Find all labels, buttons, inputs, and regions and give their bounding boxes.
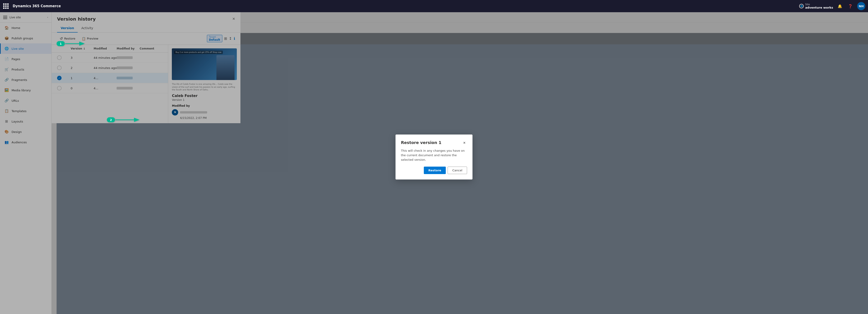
app-launcher-button[interactable] <box>3 3 9 9</box>
dialog-title-row: Restore version 1 × <box>401 140 434 145</box>
arrow-1-indicator: 1 <box>56 38 88 50</box>
arrow-2-indicator: 2 <box>106 114 143 126</box>
dialog-title-text: Restore version 1 <box>401 140 434 145</box>
arrow-1-label: 1 <box>60 42 62 45</box>
dialog-body: This will check in any changes you have … <box>401 148 434 157</box>
restore-dialog: Restore version 1 × This will check in a… <box>396 135 434 157</box>
arrow-2-label: 2 <box>110 118 112 121</box>
top-navigation: Dynamics 365 Commerce 🌐 Site adventure w… <box>0 0 434 12</box>
dialog-overlay: Restore version 1 × This will check in a… <box>0 0 434 157</box>
waffle-icon <box>3 3 9 9</box>
app-title: Dynamics 365 Commerce <box>13 4 434 8</box>
